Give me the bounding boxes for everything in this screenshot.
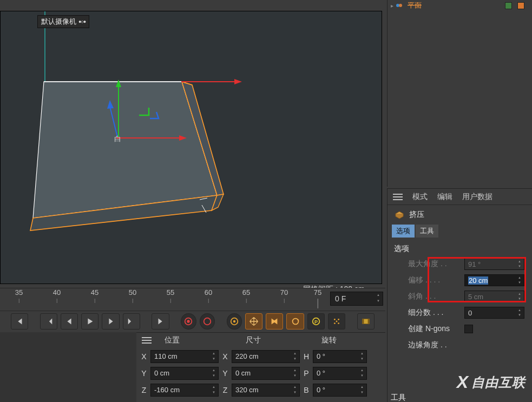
- camera-name: 默认摄像机: [41, 17, 76, 27]
- svg-rect-35: [362, 319, 364, 324]
- header-position: 位置: [160, 335, 223, 345]
- bevel-label: 斜角 . . .: [408, 292, 461, 301]
- position-rec-button[interactable]: [245, 313, 262, 329]
- param-subdiv: 细分数 . . . 0▲▼: [387, 305, 532, 321]
- svg-point-20: [399, 4, 402, 7]
- pos-x-input[interactable]: 110 cm▲▼: [150, 350, 219, 363]
- pla-rec-button[interactable]: [328, 313, 345, 329]
- pos-y-input[interactable]: 0 cm▲▼: [150, 367, 219, 380]
- prev-frame-button[interactable]: [61, 313, 78, 329]
- param-max-angle: 最大角度 . . 91 °▲▼: [387, 256, 532, 272]
- render-button[interactable]: [357, 313, 375, 329]
- attribute-menu-bar: 模式 编辑 用户数据: [387, 189, 532, 205]
- size-y-input[interactable]: 0 cm▲▼: [232, 367, 300, 380]
- svg-point-25: [233, 320, 235, 322]
- expand-icon[interactable]: ▸: [391, 3, 393, 9]
- rot-h-input[interactable]: 0 °▲▼: [313, 350, 367, 363]
- bevel-input[interactable]: 5 cm▲▼: [464, 291, 524, 302]
- timeline-ticks: 35 40 45 50 55 60 65 70 75: [0, 288, 326, 310]
- watermark-text: 自由互联: [471, 374, 526, 391]
- menu-mode[interactable]: 模式: [412, 192, 428, 202]
- rot-b-input[interactable]: 0 °▲▼: [313, 384, 367, 397]
- transport-bar: P: [0, 311, 385, 331]
- coord-header: 位置 尺寸 旋转: [136, 333, 385, 348]
- record-key-button[interactable]: [181, 313, 196, 329]
- watermark-x-icon: X: [457, 372, 468, 392]
- svg-point-29: [334, 318, 336, 320]
- offset-input[interactable]: 20 cm▲▼: [464, 274, 524, 286]
- coord-row-z: Z -160 cm▲▼ Z 320 cm▲▼ B 0 °▲▼: [136, 381, 385, 398]
- axis-center-label: 白: [114, 135, 121, 143]
- svg-rect-36: [367, 319, 369, 324]
- current-frame-input[interactable]: 0 F▲▼: [330, 292, 383, 306]
- tab-tool[interactable]: 工具: [416, 225, 438, 238]
- size-z-input[interactable]: 320 cm▲▼: [232, 384, 300, 397]
- attribute-manager: 模式 编辑 用户数据 挤压 选项 工具 选项 最大角度 . . 91 °▲▼ 偏…: [387, 188, 532, 402]
- menu-edit[interactable]: 编辑: [437, 192, 452, 202]
- offset-label: 偏移 . . . .: [408, 275, 461, 285]
- goto-end-button[interactable]: [152, 313, 169, 329]
- object-manager: ▸ 平面: [387, 0, 532, 187]
- section-tool-title: 工具: [391, 393, 406, 402]
- svg-marker-14: [234, 79, 242, 84]
- param-ngons: 创建 N-gons: [387, 321, 532, 337]
- param-offset: 偏移 . . . . 20 cm▲▼: [387, 272, 532, 288]
- viewport-container: 白 网格间距 : 100 cm 默认摄像机 ●○●: [0, 0, 385, 288]
- camera-label[interactable]: 默认摄像机 ●○●: [37, 15, 89, 28]
- param-rec-button[interactable]: P: [307, 313, 325, 329]
- ngons-checkbox[interactable]: [464, 325, 473, 333]
- tab-options[interactable]: 选项: [392, 225, 415, 238]
- svg-text:P: P: [314, 319, 318, 324]
- header-size: 尺寸: [229, 335, 304, 345]
- viewport-3d[interactable]: 白 网格间距 : 100 cm: [0, 11, 382, 284]
- scene-object-row[interactable]: ▸ 平面: [387, 0, 532, 11]
- timeline[interactable]: 35 40 45 50 55 60 65 70 75 0 F▲▼: [0, 288, 385, 309]
- svg-point-26: [292, 318, 298, 324]
- rot-p-input[interactable]: 0 °▲▼: [313, 367, 367, 380]
- svg-point-23: [204, 318, 211, 325]
- svg-point-30: [338, 318, 339, 320]
- bottom-left-panel: [0, 332, 136, 402]
- play-button[interactable]: [81, 313, 98, 329]
- viewport-canvas: 白: [1, 11, 383, 285]
- scale-rec-button[interactable]: [266, 313, 283, 329]
- goto-start-button[interactable]: [11, 313, 28, 329]
- render-vis-icon[interactable]: [517, 2, 524, 9]
- param-edge-angle: 边缘角度 . .: [387, 337, 532, 353]
- svg-point-31: [334, 322, 336, 324]
- size-x-input[interactable]: 220 cm▲▼: [232, 350, 300, 363]
- prev-key-button[interactable]: [40, 313, 57, 329]
- svg-point-22: [187, 320, 190, 322]
- svg-point-33: [336, 320, 338, 322]
- tool-name-label: 挤压: [409, 210, 424, 220]
- max-angle-input[interactable]: 91 °▲▼: [464, 258, 524, 270]
- max-angle-label: 最大角度 . .: [408, 259, 461, 269]
- edge-angle-label: 边缘角度 . .: [408, 340, 461, 350]
- tool-header: 挤压: [387, 205, 532, 225]
- camera-dots-icon: ●○●: [78, 19, 86, 24]
- menu-icon[interactable]: [393, 194, 403, 200]
- subdiv-input[interactable]: 0▲▼: [464, 307, 524, 319]
- coord-menu-icon[interactable]: [142, 337, 152, 344]
- pos-z-input[interactable]: -160 cm▲▼: [150, 384, 219, 397]
- rotation-rec-button[interactable]: [286, 313, 304, 329]
- svg-point-32: [338, 322, 339, 324]
- section-options-title: 选项: [387, 241, 532, 256]
- ngons-label: 创建 N-gons: [408, 324, 461, 334]
- coordinate-manager: 位置 尺寸 旋转 X 110 cm▲▼ X 220 cm▲▼ H 0 °▲▼ Y…: [136, 332, 385, 401]
- next-key-button[interactable]: [123, 313, 140, 329]
- param-bevel: 斜角 . . . 5 cm▲▼: [387, 288, 532, 305]
- watermark: X 自由互联: [457, 372, 526, 392]
- autokey-button[interactable]: [200, 313, 215, 329]
- menu-userdata[interactable]: 用户数据: [462, 192, 492, 202]
- editor-vis-icon[interactable]: [505, 2, 512, 9]
- plane-object-icon: [396, 2, 403, 9]
- coord-row-x: X 110 cm▲▼ X 220 cm▲▼ H 0 °▲▼: [136, 348, 385, 365]
- next-frame-button[interactable]: [102, 313, 119, 329]
- keyframe-selection-button[interactable]: [227, 313, 242, 329]
- header-rotation: 旋转: [311, 335, 380, 345]
- extrude-icon: [394, 209, 405, 220]
- object-name[interactable]: 平面: [405, 1, 424, 10]
- visibility-dots[interactable]: [505, 2, 532, 9]
- attribute-tabs: 选项 工具: [387, 225, 532, 241]
